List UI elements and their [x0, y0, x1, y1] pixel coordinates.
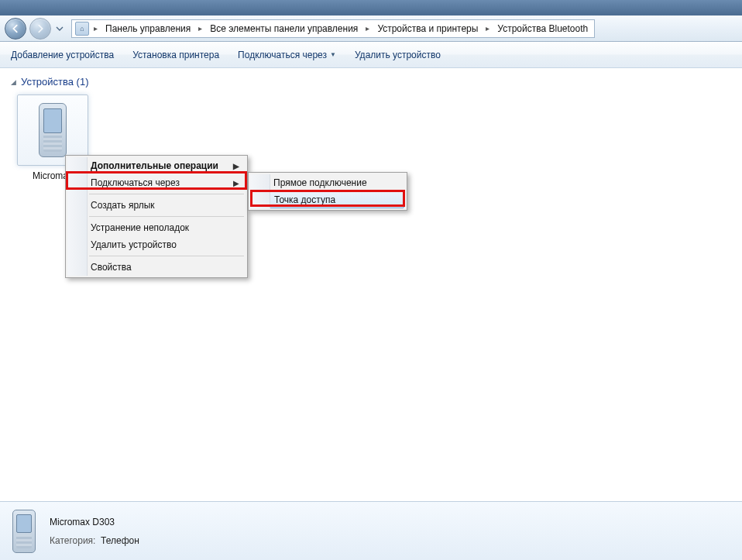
chevron-down-icon — [56, 26, 64, 31]
chevron-right-icon: ▸ — [92, 24, 99, 33]
phone-icon — [12, 510, 36, 553]
chevron-right-icon: ▸ — [197, 24, 204, 33]
details-category-label: Категория: — [50, 535, 95, 546]
toolbar-add-printer[interactable]: Установка принтера — [132, 50, 219, 60]
ctx-item-connect-via[interactable]: Подключаться через ▶ — [67, 174, 246, 191]
toolbar-remove-device[interactable]: Удалить устройство — [355, 50, 441, 60]
arrow-right-icon — [35, 23, 46, 34]
context-menu-separator — [89, 256, 244, 256]
submenu-arrow-icon: ▶ — [233, 179, 239, 187]
breadcrumb-control-panel[interactable]: Панель управления — [102, 23, 194, 34]
context-menu-iconbar — [250, 174, 270, 208]
ctx-item-create-shortcut[interactable]: Создать ярлык — [67, 197, 246, 214]
group-header-devices[interactable]: ◢ Устройства (1) — [11, 76, 731, 88]
command-toolbar: Добавление устройства Установка принтера… — [0, 42, 742, 68]
nav-back-button[interactable] — [5, 18, 26, 40]
phone-icon — [39, 103, 67, 157]
breadcrumb-all-items[interactable]: Все элементы панели управления — [207, 23, 361, 34]
breadcrumb-bluetooth-devices[interactable]: Устройства Bluetooth — [494, 23, 591, 34]
details-category-value: Телефон — [101, 535, 139, 546]
breadcrumb-devices-printers[interactable]: Устройства и принтеры — [374, 23, 481, 34]
chevron-right-icon: ▸ — [364, 24, 371, 33]
submenu-arrow-icon: ▶ — [233, 162, 239, 170]
content-area: ◢ Устройства (1) Micromax Дополнительные… — [0, 68, 742, 501]
window-titlebar — [0, 0, 742, 15]
context-menu: Дополнительные операции ▶ Подключаться ч… — [65, 155, 248, 278]
nav-forward-button[interactable] — [29, 18, 51, 40]
ctx-item-properties[interactable]: Свойства — [67, 259, 246, 276]
toolbar-connect-via[interactable]: Подключаться через ▼ — [238, 50, 336, 60]
devices-icon: ⌂ — [75, 22, 89, 36]
context-menu-separator — [89, 194, 244, 194]
toolbar-add-device[interactable]: Добавление устройства — [11, 50, 114, 60]
group-title: Устройства (1) — [21, 76, 89, 88]
chevron-down-icon: ▼ — [330, 51, 336, 58]
address-bar[interactable]: ⌂ ▸ Панель управления ▸ Все элементы пан… — [71, 19, 595, 38]
ctx-item-troubleshoot[interactable]: Устранение неполадок — [67, 219, 246, 236]
triangle-collapse-icon: ◢ — [11, 78, 16, 86]
nav-history-dropdown[interactable] — [54, 21, 65, 36]
details-pane: Micromax D303 Категория: Телефон — [0, 501, 742, 560]
arrow-left-icon — [10, 23, 21, 34]
context-submenu: Прямое подключение Точка доступа — [248, 172, 407, 211]
context-menu-separator — [89, 216, 244, 217]
chevron-right-icon: ▸ — [484, 24, 491, 33]
details-device-name: Micromax D303 — [50, 517, 139, 527]
ctx-item-extra-operations[interactable]: Дополнительные операции ▶ — [67, 157, 246, 174]
navigation-bar: ⌂ ▸ Панель управления ▸ Все элементы пан… — [0, 15, 742, 42]
submenu-item-access-point[interactable]: Точка доступа — [251, 191, 404, 208]
ctx-item-remove-device[interactable]: Удалить устройство — [67, 236, 246, 253]
submenu-item-direct-connection[interactable]: Прямое подключение — [250, 174, 405, 191]
